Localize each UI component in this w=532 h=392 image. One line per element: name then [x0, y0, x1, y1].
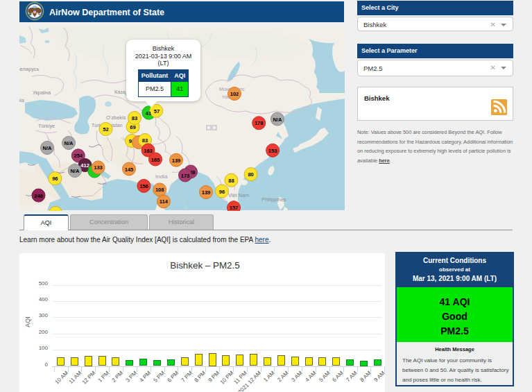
svg-text:Türkiye: Türkiye [38, 123, 55, 129]
svg-text:139: 139 [172, 157, 181, 164]
svg-text:Україна: Україна [33, 90, 51, 96]
svg-text:108: 108 [155, 187, 164, 193]
svg-text:Philippines: Philippines [261, 196, 286, 203]
svg-text:88: 88 [228, 178, 234, 184]
svg-text:412: 412 [80, 162, 89, 169]
svg-text:41: 41 [146, 110, 151, 117]
svg-text:96: 96 [219, 189, 225, 195]
svg-text:Беларусь: Беларусь [19, 66, 39, 72]
svg-text:83: 83 [132, 115, 137, 121]
svg-text:156: 156 [139, 183, 148, 189]
svg-text:N/A: N/A [70, 168, 80, 174]
svg-text:52: 52 [103, 126, 108, 133]
svg-text:96: 96 [52, 176, 58, 182]
svg-text:248: 248 [34, 193, 43, 199]
svg-text:Việt Nam: Việt Nam [228, 192, 249, 198]
svg-text:157: 157 [230, 205, 239, 211]
svg-text:57: 57 [154, 108, 160, 114]
svg-text:163: 163 [144, 148, 153, 154]
svg-text:India: India [155, 173, 168, 180]
svg-text:153: 153 [268, 148, 277, 154]
svg-text:254: 254 [74, 153, 83, 159]
svg-text:N/A: N/A [273, 117, 282, 123]
svg-text:165: 165 [151, 157, 160, 163]
svg-text:nia: nia [19, 97, 25, 103]
svg-text:83: 83 [142, 137, 148, 144]
svg-text:Каза: Каза [114, 89, 126, 95]
svg-text:114: 114 [160, 198, 169, 205]
svg-text:173: 173 [181, 173, 190, 179]
svg-text:178: 178 [255, 120, 264, 126]
svg-text:O’zbekis: O’zbekis [106, 114, 126, 121]
svg-text:N/A: N/A [43, 145, 53, 151]
svg-text:139: 139 [202, 189, 211, 196]
svg-text:102: 102 [230, 91, 239, 97]
svg-text:80: 80 [248, 171, 253, 178]
svg-text:N/A: N/A [65, 140, 74, 146]
svg-text:145: 145 [125, 167, 134, 173]
svg-text:133: 133 [94, 164, 103, 171]
